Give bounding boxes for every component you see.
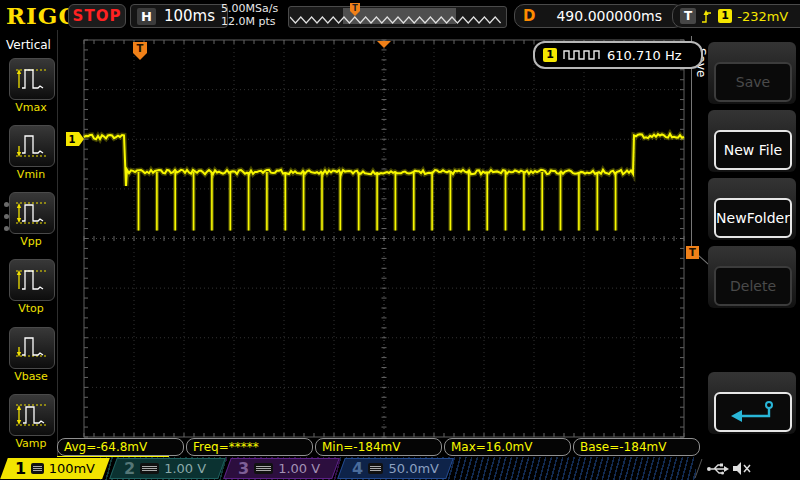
acquisition-info: 5.00MSa/s 12.0M pts: [221, 2, 278, 28]
menu-item-vpp[interactable]: Vpp: [9, 192, 53, 248]
vtop-icon: [14, 266, 50, 294]
softkey-back-button[interactable]: [714, 392, 792, 432]
save-tab-border-diagonal: [690, 248, 709, 265]
delay-readout-box[interactable]: D 490.000000ms: [514, 4, 684, 28]
channel1-scale: 100mV: [49, 461, 95, 476]
menu-page-dot: [4, 226, 9, 231]
vbase-icon: [14, 334, 50, 362]
frequency-counter-box: 1 610.710 Hz: [533, 41, 703, 69]
menu-item-label: Vmax: [9, 101, 53, 114]
channel3-number: 3: [238, 459, 249, 478]
d-label: D: [523, 7, 535, 25]
measurement-max[interactable]: Max=16.0mV: [444, 438, 571, 456]
vmax-icon: [14, 65, 50, 93]
measurement-base[interactable]: Base=-184mV: [573, 438, 700, 456]
softkey-new-file[interactable]: New File: [708, 110, 796, 172]
menu-item-label: Vtop: [9, 302, 53, 315]
channel-status-bar: 1 100mV 2 1.00 V 3 1.00 V 4 50.0mV: [0, 457, 800, 480]
left-menu-title: Vertical: [0, 38, 57, 52]
ch1-coupling-icon: [31, 463, 43, 474]
memory-waveform-icon: [290, 8, 505, 26]
channel3-status[interactable]: 3 1.00 V: [223, 458, 340, 479]
menu-item-label: Vamp: [9, 437, 53, 450]
softkey-new-folder-label: NewFolder: [714, 198, 792, 238]
softkey-new-folder[interactable]: NewFolder: [708, 178, 796, 240]
channel4-status[interactable]: 4 50.0mV: [337, 458, 454, 479]
measurement-avg[interactable]: Avg=-64.8mV: [57, 438, 184, 456]
channel2-number: 2: [124, 459, 135, 478]
svg-text:T: T: [137, 43, 144, 54]
channel2-status[interactable]: 2 1.00 V: [109, 458, 226, 479]
softkey-new-file-label: New File: [714, 130, 792, 170]
softkey-save[interactable]: Save: [708, 42, 796, 104]
menu-item-vmax[interactable]: Vmax: [9, 58, 53, 114]
softkey-delete-label: Delete: [714, 266, 792, 306]
t-label: T: [680, 8, 696, 24]
h-label: H: [137, 8, 156, 25]
menu-item-label: Vmin: [9, 168, 53, 181]
speaker-muted-icon: [732, 461, 752, 476]
vmin-icon: [14, 132, 50, 160]
trigger-status-box[interactable]: T 1 -232mV: [672, 4, 800, 28]
channel4-scale: 50.0mV: [388, 461, 439, 476]
delay-value: 490.000000ms: [543, 8, 675, 24]
ch2-coupling-icon: [140, 463, 159, 474]
measurement-min[interactable]: Min=-184mV: [315, 438, 442, 456]
trigger-level-value: -232mV: [737, 9, 788, 24]
square-wave-icon: [563, 49, 601, 61]
horizontal-timebase-box[interactable]: H 100ms: [130, 4, 228, 28]
sample-rate: 5.00MSa/s: [221, 2, 278, 15]
menu-item-vtop[interactable]: Vtop: [9, 259, 53, 315]
usb-icon: [706, 462, 730, 476]
channel3-scale: 1.00 V: [278, 461, 320, 476]
menu-item-vbase[interactable]: Vbase: [9, 327, 53, 383]
left-measure-menu: Vertical Vmax Vmin Vpp: [0, 30, 58, 480]
menu-item-vmin[interactable]: Vmin: [9, 125, 53, 181]
softkey-save-label: Save: [714, 62, 792, 102]
trigger-source-badge: 1: [718, 9, 732, 23]
softkey-delete[interactable]: Delete: [708, 246, 796, 308]
menu-page-dot: [4, 202, 9, 207]
waveform-display: 1TT: [0, 0, 800, 480]
svg-text:1: 1: [69, 134, 76, 145]
measurement-freq[interactable]: Freq=*****: [186, 438, 313, 456]
menu-page-dot: [4, 214, 9, 219]
freq-counter-channel-badge: 1: [543, 48, 557, 62]
channel1-status[interactable]: 1 100mV: [0, 458, 110, 479]
vpp-icon: [14, 199, 50, 227]
menu-item-label: Vpp: [9, 235, 53, 248]
memory-trigger-flag-icon: T: [349, 2, 361, 17]
channel4-number: 4: [352, 459, 363, 478]
timebase-value: 100ms: [164, 7, 215, 25]
ch3-coupling-icon: [254, 463, 273, 474]
run-stop-status[interactable]: STOP: [68, 4, 126, 28]
svg-text:T: T: [352, 4, 358, 13]
memory-position-bar[interactable]: T: [288, 6, 507, 28]
ch4-coupling-icon: [368, 463, 383, 474]
menu-item-vamp[interactable]: Vamp: [9, 394, 53, 450]
menu-item-label: Vbase: [9, 370, 53, 383]
frequency-value: 610.710 Hz: [607, 48, 682, 63]
channel1-number: 1: [15, 459, 26, 478]
memory-depth: 12.0M pts: [221, 15, 278, 28]
vamp-icon: [14, 401, 50, 429]
softkey-back[interactable]: [708, 372, 796, 434]
trigger-slope-rising-icon: [701, 9, 713, 24]
channel2-scale: 1.00 V: [164, 461, 206, 476]
return-arrow-icon: [725, 399, 781, 425]
